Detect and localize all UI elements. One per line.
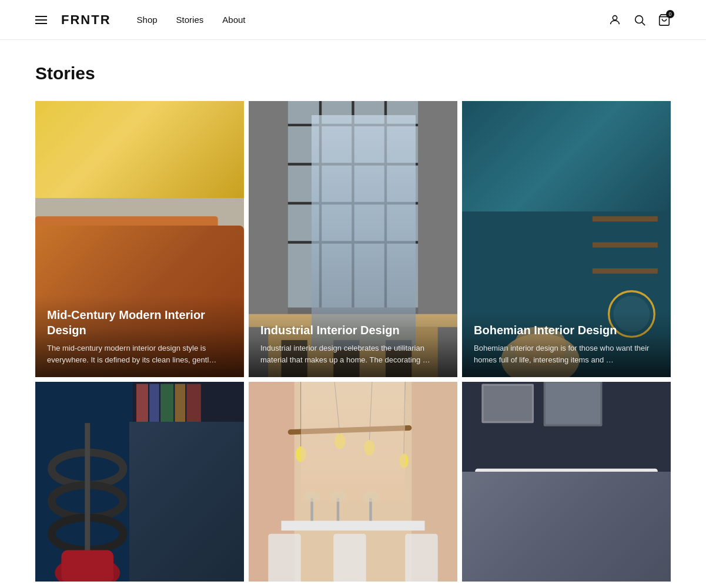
- svg-line-88: [404, 382, 405, 456]
- svg-point-12: [102, 250, 112, 261]
- svg-point-8: [91, 122, 123, 161]
- svg-rect-51: [593, 243, 658, 248]
- story-image-bedroom: [462, 382, 671, 582]
- main-nav: Shop Stories About: [137, 15, 246, 25]
- header: FRNTR Shop Stories About 0: [0, 0, 706, 40]
- svg-rect-78: [61, 550, 113, 582]
- main-content: Stories: [0, 40, 706, 588]
- story-overlay-mid-century: Mid-Century Modern Interior Design The m…: [35, 295, 244, 377]
- story-title-mid-century: Mid-Century Modern Interior Design: [47, 307, 232, 338]
- story-card-library[interactable]: [35, 382, 244, 582]
- svg-point-95: [330, 492, 346, 502]
- svg-rect-108: [462, 501, 671, 582]
- svg-line-2: [642, 22, 645, 25]
- svg-rect-111: [605, 506, 651, 542]
- svg-point-48: [574, 172, 585, 183]
- svg-rect-110: [547, 505, 605, 544]
- story-overlay-industrial: Industrial Interior Design Industrial in…: [249, 311, 457, 377]
- svg-rect-66: [149, 436, 162, 472]
- story-card-bedroom[interactable]: [462, 382, 671, 582]
- story-card-mid-century[interactable]: Mid-Century Modern Interior Design The m…: [35, 101, 244, 377]
- svg-point-0: [613, 15, 617, 19]
- svg-rect-91: [281, 521, 424, 531]
- svg-rect-70: [150, 485, 160, 518]
- svg-rect-61: [149, 384, 159, 424]
- nav-about[interactable]: About: [222, 15, 245, 25]
- svg-rect-98: [268, 534, 300, 582]
- svg-point-16: [102, 283, 112, 293]
- svg-point-47: [591, 137, 620, 166]
- search-icon[interactable]: [633, 14, 646, 26]
- story-card-bohemian[interactable]: Bohemian Interior Design Bohemian interi…: [462, 101, 671, 377]
- header-left: FRNTR Shop Stories About: [35, 12, 245, 28]
- svg-rect-109: [481, 505, 540, 544]
- nav-shop[interactable]: Shop: [137, 15, 158, 25]
- svg-rect-115: [463, 498, 477, 510]
- svg-line-84: [333, 382, 340, 436]
- svg-point-43: [515, 127, 533, 146]
- svg-point-11: [69, 250, 80, 261]
- svg-point-14: [167, 250, 178, 261]
- story-excerpt-bohemian: Bohemian interior design is for those wh…: [474, 342, 659, 365]
- svg-rect-112: [462, 540, 671, 582]
- svg-point-83: [296, 446, 306, 462]
- svg-rect-94: [337, 498, 339, 521]
- svg-rect-62: [160, 384, 173, 424]
- stories-grid: Mid-Century Modern Interior Design The m…: [35, 101, 671, 582]
- story-excerpt-mid-century: The mid-century modern interior design s…: [47, 342, 232, 365]
- svg-rect-72: [178, 485, 189, 518]
- story-image-library: [35, 382, 244, 582]
- svg-rect-65: [137, 436, 148, 472]
- story-card-dining[interactable]: [249, 382, 457, 582]
- svg-rect-114: [654, 508, 671, 582]
- cart-badge: 0: [666, 10, 674, 18]
- nav-stories[interactable]: Stories: [176, 15, 204, 25]
- svg-rect-69: [136, 485, 149, 518]
- svg-rect-100: [405, 534, 437, 582]
- svg-rect-90: [288, 425, 412, 435]
- svg-point-13: [135, 250, 145, 261]
- account-icon[interactable]: [608, 14, 621, 26]
- svg-line-86: [369, 382, 373, 442]
- svg-point-17: [135, 283, 145, 293]
- story-excerpt-industrial: Industrial interior design celebrates th…: [260, 342, 446, 365]
- svg-rect-71: [162, 485, 176, 518]
- svg-point-85: [334, 434, 345, 449]
- story-title-bohemian: Bohemian Interior Design: [474, 322, 659, 338]
- svg-point-7: [108, 101, 145, 145]
- svg-rect-96: [369, 498, 372, 521]
- header-right: 0: [608, 14, 671, 26]
- svg-point-93: [304, 492, 320, 502]
- page-title: Stories: [35, 63, 671, 83]
- svg-point-89: [399, 453, 409, 468]
- logo[interactable]: FRNTR: [61, 12, 111, 28]
- svg-point-41: [501, 132, 527, 157]
- svg-point-18: [167, 283, 178, 293]
- story-card-industrial[interactable]: Industrial Interior Design Industrial in…: [249, 101, 457, 377]
- svg-rect-63: [175, 384, 185, 424]
- svg-rect-106: [546, 382, 600, 424]
- hamburger-menu[interactable]: [35, 16, 47, 24]
- svg-rect-92: [310, 498, 313, 521]
- svg-rect-113: [462, 508, 479, 582]
- svg-point-6: [65, 102, 111, 154]
- svg-rect-67: [164, 436, 174, 472]
- cart-icon[interactable]: 0: [658, 14, 671, 26]
- svg-rect-107: [475, 469, 658, 508]
- svg-point-45: [548, 121, 571, 145]
- svg-rect-76: [85, 423, 90, 553]
- story-image-dining: [249, 382, 457, 582]
- svg-point-97: [363, 492, 379, 502]
- svg-point-15: [69, 283, 80, 293]
- svg-point-87: [364, 440, 374, 456]
- svg-rect-99: [333, 534, 366, 582]
- svg-point-1: [635, 15, 643, 23]
- story-title-industrial: Industrial Interior Design: [260, 322, 446, 338]
- svg-point-42: [497, 127, 513, 143]
- svg-rect-104: [484, 386, 532, 421]
- svg-rect-68: [175, 436, 190, 472]
- svg-rect-60: [136, 384, 148, 424]
- story-overlay-bohemian: Bohemian Interior Design Bohemian interi…: [462, 311, 671, 377]
- svg-rect-5: [48, 101, 179, 184]
- svg-rect-52: [593, 268, 658, 274]
